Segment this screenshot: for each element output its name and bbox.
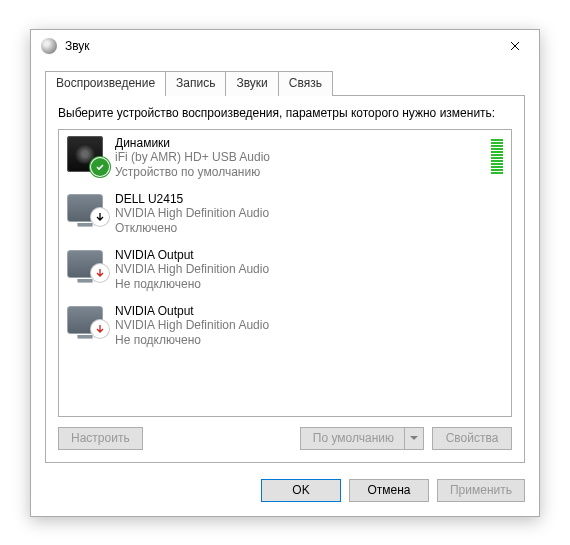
device-name: NVIDIA Output	[115, 304, 503, 318]
apply-button[interactable]: Применить	[437, 479, 525, 502]
device-name: DELL U2415	[115, 192, 503, 206]
list-item[interactable]: NVIDIA Output NVIDIA High Definition Aud…	[59, 298, 511, 354]
disabled-icon	[91, 208, 109, 226]
device-desc: iFi (by AMR) HD+ USB Audio	[115, 150, 491, 165]
set-default-label: По умолчанию	[313, 431, 394, 445]
device-texts: Динамики iFi (by AMR) HD+ USB Audio Устр…	[111, 136, 491, 180]
unplugged-icon	[91, 320, 109, 338]
device-icon-wrap	[67, 248, 111, 278]
level-meter-icon	[491, 136, 503, 174]
dialog-button-row: OK Отмена Применить	[45, 475, 525, 502]
properties-button[interactable]: Свойства	[432, 427, 512, 450]
device-status: Отключено	[115, 221, 503, 236]
configure-button[interactable]: Настроить	[58, 427, 143, 450]
instruction-text: Выберите устройство воспроизведения, пар…	[58, 106, 512, 121]
device-icon-wrap	[67, 304, 111, 334]
tab-sounds[interactable]: Звуки	[226, 71, 278, 96]
device-icon-wrap	[67, 192, 111, 222]
device-texts: NVIDIA Output NVIDIA High Definition Aud…	[111, 248, 503, 292]
sound-settings-window: Звук Воспроизведение Запись Звуки Связь …	[30, 29, 540, 517]
default-check-icon	[91, 158, 109, 176]
list-item[interactable]: DELL U2415 NVIDIA High Definition Audio …	[59, 186, 511, 242]
ok-button[interactable]: OK	[261, 479, 341, 502]
list-item[interactable]: NVIDIA Output NVIDIA High Definition Aud…	[59, 242, 511, 298]
window-title: Звук	[65, 39, 493, 53]
device-desc: NVIDIA High Definition Audio	[115, 206, 503, 221]
list-item[interactable]: Динамики iFi (by AMR) HD+ USB Audio Устр…	[59, 130, 511, 186]
device-list[interactable]: Динамики iFi (by AMR) HD+ USB Audio Устр…	[58, 129, 512, 417]
device-status: Устройство по умолчанию	[115, 165, 491, 180]
tab-panel-playback: Выберите устройство воспроизведения, пар…	[45, 95, 525, 463]
device-status: Не подключено	[115, 277, 503, 292]
client-area: Воспроизведение Запись Звуки Связь Выбер…	[31, 62, 539, 516]
tab-communications[interactable]: Связь	[279, 71, 333, 96]
device-desc: NVIDIA High Definition Audio	[115, 262, 503, 277]
device-icon-wrap	[67, 136, 111, 172]
device-texts: DELL U2415 NVIDIA High Definition Audio …	[111, 192, 503, 236]
device-name: NVIDIA Output	[115, 248, 503, 262]
close-button[interactable]	[493, 32, 537, 60]
tab-strip: Воспроизведение Запись Звуки Связь	[45, 71, 525, 96]
tab-recording[interactable]: Запись	[166, 71, 226, 96]
device-status: Не подключено	[115, 333, 503, 348]
sound-icon	[41, 38, 57, 54]
titlebar: Звук	[31, 30, 539, 62]
unplugged-icon	[91, 264, 109, 282]
device-action-row: Настроить По умолчанию Свойства	[58, 427, 512, 450]
cancel-button[interactable]: Отмена	[349, 479, 429, 502]
device-desc: NVIDIA High Definition Audio	[115, 318, 503, 333]
set-default-button[interactable]: По умолчанию	[300, 427, 424, 450]
device-name: Динамики	[115, 136, 491, 150]
tab-playback[interactable]: Воспроизведение	[45, 71, 166, 96]
chevron-down-icon[interactable]	[405, 436, 423, 441]
device-texts: NVIDIA Output NVIDIA High Definition Aud…	[111, 304, 503, 348]
